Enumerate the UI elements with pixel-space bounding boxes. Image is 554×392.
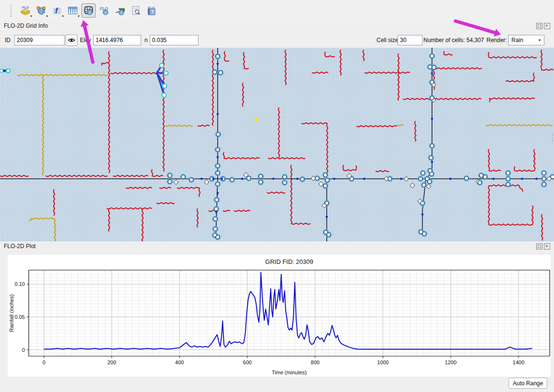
splitter-grip-dot	[552, 140, 553, 141]
map-canvas[interactable]	[0, 48, 554, 241]
n-label: n	[144, 37, 148, 44]
elev-label: Elev	[80, 37, 91, 44]
chart-area: 020040060080010001200140000.050.10	[15, 270, 550, 365]
eye-toggle-button[interactable]	[66, 34, 78, 46]
plot-panel-header: FLO-2D Plot	[0, 241, 554, 252]
xsections-info-icon: i	[114, 5, 126, 16]
toolbar-flo2d-setup-button[interactable]: FLO▾	[18, 3, 33, 18]
cell-size-label: Cell size	[377, 37, 398, 44]
splitter-grip-dot	[552, 137, 553, 138]
flo2d-setup-icon: FLO	[20, 5, 31, 16]
eye-icon	[67, 37, 76, 43]
grid-info-close-button[interactable]	[544, 23, 550, 29]
menu-arrow-icon: ▾	[62, 14, 64, 18]
svg-text:0: 0	[43, 359, 45, 365]
n-input[interactable]	[150, 35, 199, 45]
chart-title: GRID FID: 20309	[265, 258, 313, 265]
flo2d-qgis-window: FLO▾▾f▾▾iFLOiiFLO? FLO-2D Grid Info ID E…	[0, 0, 554, 392]
plugin-toolbar: FLO▾▾f▾▾iFLOiiFLO?	[0, 0, 554, 22]
plot-float-button[interactable]	[536, 243, 543, 250]
svg-text:1200: 1200	[445, 359, 456, 365]
grid-info-icon: i	[83, 5, 94, 16]
svg-text:800: 800	[311, 359, 320, 365]
svg-text:1000: 1000	[377, 359, 388, 365]
svg-text:FLO: FLO	[22, 6, 29, 9]
plot-close-button[interactable]	[544, 243, 550, 250]
combo-arrow-icon: ▼	[538, 38, 542, 43]
auto-range-button[interactable]: Auto Range	[509, 378, 547, 389]
chart-ylabel: Rainfall (inches)	[9, 294, 14, 332]
svg-text:0.10: 0.10	[15, 281, 25, 287]
report-icon	[130, 5, 142, 16]
toolbar-flo2d-info-button[interactable]: FLOi	[97, 3, 111, 18]
id-label: ID	[5, 37, 11, 44]
toolbar-import-export-button[interactable]: ▾	[34, 3, 48, 18]
elev-input[interactable]	[93, 35, 141, 45]
menu-arrow-icon: ▾	[46, 14, 48, 18]
chart-xlabel: Time (minutes)	[272, 370, 307, 375]
help-icon: FLO?	[146, 5, 157, 16]
grid-table-icon	[67, 5, 78, 16]
toolbar-report-button[interactable]	[129, 3, 143, 18]
plot-panel-title: FLO-2D Plot	[4, 243, 36, 250]
toolbar-help-button[interactable]: FLO?	[144, 3, 159, 18]
menu-arrow-icon: ▾	[78, 14, 79, 18]
id-input[interactable]	[14, 35, 65, 45]
flo2d-info-icon: FLOi	[99, 5, 110, 16]
grid-info-panel-title: FLO-2D Grid Info	[4, 22, 48, 29]
render-label: Render:	[487, 37, 507, 44]
render-select[interactable]: Rain ▼	[508, 35, 544, 45]
svg-text:600: 600	[243, 359, 252, 365]
svg-text:200: 200	[107, 359, 116, 365]
toolbar-xsections-info-button[interactable]: i	[113, 3, 127, 18]
import-export-icon	[35, 5, 47, 16]
menu-arrow-icon: ▾	[30, 14, 32, 18]
svg-text:?: ?	[151, 10, 154, 15]
grid-info-float-button[interactable]	[536, 23, 543, 29]
yellow-point-marker	[255, 118, 258, 121]
rainfall-chart: 020040060080010001200140000.050.10GRID F…	[8, 255, 551, 377]
number-of-cells-text: Number of cells: 54,307	[423, 37, 484, 44]
render-selected-value: Rain	[511, 37, 523, 44]
splitter-grip-dot	[552, 134, 553, 135]
toolbar-grid-tools-button[interactable]: f▾	[50, 3, 64, 18]
svg-text:0: 0	[22, 347, 25, 353]
grid-tools-icon: f	[51, 5, 63, 16]
toolbar-grid-table-button[interactable]: ▾	[66, 3, 80, 18]
toolbar-grid-info-button[interactable]: i	[81, 3, 96, 18]
svg-text:0.05: 0.05	[15, 314, 25, 320]
plot-widget[interactable]: 020040060080010001200140000.050.10GRID F…	[8, 255, 551, 377]
toolbar-drag-handle[interactable]	[11, 4, 13, 17]
grid-info-panel-header: FLO-2D Grid Info	[0, 21, 554, 32]
svg-text:1400: 1400	[513, 359, 524, 365]
svg-text:400: 400	[175, 359, 184, 365]
cell-size-input[interactable]	[398, 35, 422, 45]
